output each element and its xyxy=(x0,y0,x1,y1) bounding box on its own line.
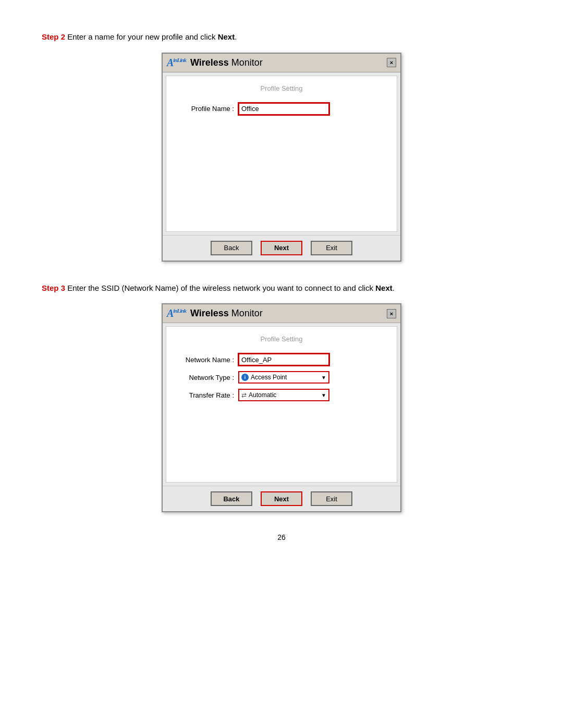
step2-label: Step 2 xyxy=(42,32,65,41)
dialog2-next-button[interactable]: Next xyxy=(261,491,302,506)
dialog2-back-button[interactable]: Back xyxy=(211,491,252,506)
automatic-icon: ⇄ xyxy=(241,391,247,399)
dialog1-back-button[interactable]: Back xyxy=(211,241,252,255)
dialog2-title-left: AinLink Wireless Monitor xyxy=(167,307,263,319)
dropdown-arrow-icon2: ▼ xyxy=(321,392,326,398)
dropdown-arrow-icon: ▼ xyxy=(321,375,326,380)
step3-instruction: Step 3 Enter the SSID (Network Name) of … xyxy=(42,282,521,294)
dialog1-close-button[interactable]: × xyxy=(387,58,396,67)
step3-label: Step 3 xyxy=(42,283,65,292)
dialog1-next-button[interactable]: Next xyxy=(261,241,302,255)
dialog2-section-title: Profile Setting xyxy=(177,335,386,343)
step2-instruction: Step 2 Enter a name for your new profile… xyxy=(42,31,521,43)
dialog1-footer: Back Next Exit xyxy=(163,235,400,261)
dialog1-body: Profile Setting Profile Name : xyxy=(166,76,397,232)
profile-name-label: Profile Name : xyxy=(177,105,234,113)
dialog2-exit-button[interactable]: Exit xyxy=(311,491,352,506)
dialog1-exit-button[interactable]: Exit xyxy=(311,241,352,255)
dialog2-body: Profile Setting Network Name : Network T… xyxy=(166,326,397,483)
dialog1: AinLink Wireless Monitor × Profile Setti… xyxy=(162,53,401,262)
dialog2-title: Wireless Monitor xyxy=(190,308,263,319)
profile-name-row: Profile Name : xyxy=(177,103,386,115)
dialog2-titlebar: AinLink Wireless Monitor × xyxy=(163,304,400,323)
transfer-rate-select[interactable]: ⇄ Automatic ▼ xyxy=(238,389,329,401)
dialog2: AinLink Wireless Monitor × Profile Setti… xyxy=(162,303,401,512)
dialog2-close-button[interactable]: × xyxy=(387,309,396,318)
logo2: AinLink xyxy=(167,307,186,319)
profile-name-input[interactable] xyxy=(238,103,329,115)
access-point-icon: i xyxy=(241,374,249,381)
dialog1-title: Wireless Monitor xyxy=(190,57,263,68)
logo: AinLink xyxy=(167,57,186,69)
network-type-select[interactable]: i Access Point ▼ xyxy=(238,371,329,384)
network-name-label: Network Name : xyxy=(177,356,234,364)
page-number: 26 xyxy=(42,533,521,541)
network-name-row: Network Name : xyxy=(177,353,386,366)
network-name-input[interactable] xyxy=(238,353,329,366)
dialog1-titlebar: AinLink Wireless Monitor × xyxy=(163,54,400,72)
transfer-rate-row: Transfer Rate : ⇄ Automatic ▼ xyxy=(177,389,386,401)
network-type-row: Network Type : i Access Point ▼ xyxy=(177,371,386,384)
dialog1-title-left: AinLink Wireless Monitor xyxy=(167,57,263,69)
transfer-rate-label: Transfer Rate : xyxy=(177,391,234,399)
dialog2-wrapper: AinLink Wireless Monitor × Profile Setti… xyxy=(42,303,521,512)
dialog2-footer: Back Next Exit xyxy=(163,486,400,511)
dialog1-section-title: Profile Setting xyxy=(177,84,386,92)
network-type-label: Network Type : xyxy=(177,374,234,381)
dialog1-wrapper: AinLink Wireless Monitor × Profile Setti… xyxy=(42,53,521,262)
